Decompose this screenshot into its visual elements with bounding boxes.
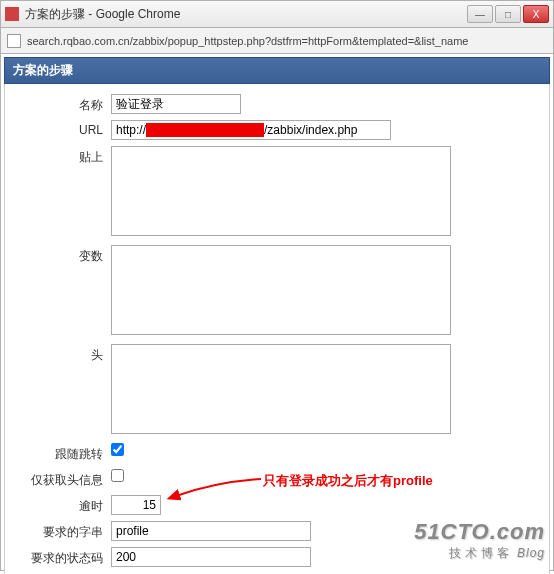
- window-titlebar: 方案的步骤 - Google Chrome — □ X: [0, 0, 554, 28]
- headers-label: 头: [13, 344, 111, 364]
- required-label: 要求的字串: [13, 521, 111, 541]
- maximize-button[interactable]: □: [495, 5, 521, 23]
- timeout-input[interactable]: [111, 495, 161, 515]
- status-input[interactable]: [111, 547, 311, 567]
- follow-checkbox[interactable]: [111, 443, 124, 456]
- follow-label: 跟随跳转: [13, 443, 111, 463]
- url-text: search.rqbao.com.cn/zabbix/popup_httpste…: [27, 35, 468, 47]
- url-label: URL: [13, 120, 111, 137]
- variables-label: 变数: [13, 245, 111, 265]
- timeout-label: 逾时: [13, 495, 111, 515]
- url-input[interactable]: http:// /zabbix/index.php: [111, 120, 391, 140]
- required-input[interactable]: [111, 521, 311, 541]
- close-button[interactable]: X: [523, 5, 549, 23]
- url-suffix: /zabbix/index.php: [264, 123, 357, 137]
- annotation-text: 只有登录成功之后才有profile: [263, 472, 433, 490]
- document-icon: [7, 34, 21, 48]
- annotation-arrow: [166, 474, 266, 504]
- headers-textarea[interactable]: [111, 344, 451, 434]
- name-input[interactable]: [111, 94, 241, 114]
- headonly-label: 仅获取头信息: [13, 469, 111, 489]
- redacted-host: [146, 123, 264, 137]
- post-label: 贴上: [13, 146, 111, 166]
- headonly-checkbox[interactable]: [111, 469, 124, 482]
- name-label: 名称: [13, 94, 111, 114]
- minimize-button[interactable]: —: [467, 5, 493, 23]
- variables-textarea[interactable]: [111, 245, 451, 335]
- url-prefix: http://: [116, 123, 146, 137]
- post-textarea[interactable]: [111, 146, 451, 236]
- form-body: 名称 URL http:// /zabbix/index.php 贴上 变数 头: [4, 84, 550, 574]
- panel-header: 方案的步骤: [4, 57, 550, 84]
- address-bar[interactable]: search.rqbao.com.cn/zabbix/popup_httpste…: [0, 28, 554, 54]
- window-title: 方案的步骤 - Google Chrome: [25, 6, 467, 23]
- favicon: [5, 7, 19, 21]
- content-area: 方案的步骤 名称 URL http:// /zabbix/index.php 贴…: [0, 54, 554, 571]
- status-label: 要求的状态码: [13, 547, 111, 567]
